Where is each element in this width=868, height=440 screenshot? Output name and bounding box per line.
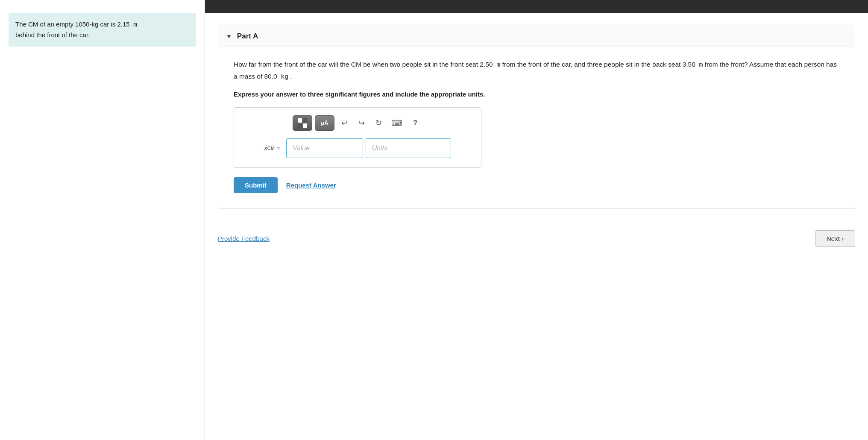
part-header: ▼ Part A — [218, 26, 855, 47]
undo-button[interactable]: ↩ — [337, 115, 352, 131]
bottom-row: Provide Feedback Next › — [205, 217, 868, 247]
equation-label: xCM = — [264, 144, 280, 152]
main-content: ▼ Part A How far from the front of the c… — [205, 0, 868, 440]
grid-cell-3 — [298, 123, 302, 128]
submit-button[interactable]: Submit — [234, 177, 278, 193]
grid-cell-2 — [303, 118, 307, 123]
grid-icon — [298, 118, 307, 128]
grid-cell-4 — [303, 123, 307, 128]
toolbar: μÅ ↩ ↪ ↻ ⌨ ? — [242, 115, 473, 131]
keyboard-button[interactable]: ⌨ — [388, 115, 405, 131]
provide-feedback-button[interactable]: Provide Feedback — [218, 235, 270, 242]
part-section: ▼ Part A How far from the front of the c… — [218, 26, 855, 209]
redo-button[interactable]: ↪ — [354, 115, 369, 131]
sidebar-info-text: The CM of an empty 1050-kg car is 2.15 m… — [15, 21, 137, 38]
mu-button[interactable]: μÅ — [315, 115, 334, 131]
next-button[interactable]: Next › — [815, 230, 855, 247]
request-answer-button[interactable]: Request Answer — [286, 182, 336, 189]
sidebar-info-box: The CM of an empty 1050-kg car is 2.15 m… — [9, 13, 196, 47]
units-input[interactable] — [366, 138, 451, 158]
top-bar — [205, 0, 868, 13]
grid-cell-1 — [298, 118, 302, 123]
eq-x: x — [264, 144, 267, 152]
refresh-button[interactable]: ↻ — [371, 115, 386, 131]
part-title: Part A — [237, 32, 258, 41]
question-text: How far from the front of the car will t… — [234, 59, 839, 83]
help-button[interactable]: ? — [408, 115, 422, 131]
grid-template-button[interactable] — [293, 115, 312, 131]
question-instruction: Express your answer to three significant… — [234, 91, 839, 98]
action-row: Submit Request Answer — [234, 177, 839, 193]
answer-box: μÅ ↩ ↪ ↻ ⌨ ? xCM = — [234, 107, 481, 168]
collapse-arrow-icon[interactable]: ▼ — [226, 33, 232, 40]
value-input[interactable] — [286, 138, 363, 158]
page-wrapper: The CM of an empty 1050-kg car is 2.15 m… — [0, 0, 868, 440]
sidebar-unit-m: m — [133, 21, 137, 29]
next-label: Next › — [827, 235, 844, 242]
part-body: How far from the front of the car will t… — [218, 47, 855, 208]
sidebar: The CM of an empty 1050-kg car is 2.15 m… — [0, 0, 205, 440]
eq-subscript: CM — [267, 146, 275, 151]
input-row: xCM = — [242, 138, 473, 158]
